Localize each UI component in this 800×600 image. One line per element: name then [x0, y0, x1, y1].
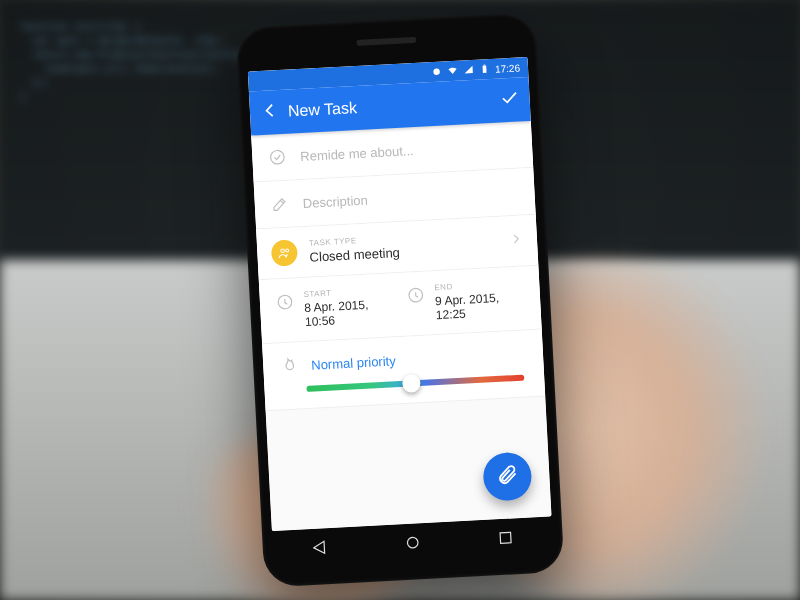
- svg-rect-1: [482, 65, 486, 73]
- alarm-icon: [431, 65, 443, 79]
- confirm-button[interactable]: [499, 87, 520, 112]
- svg-rect-9: [500, 532, 511, 543]
- task-type-icon: [271, 239, 298, 266]
- nav-recent-icon[interactable]: [496, 528, 515, 551]
- priority-field[interactable]: Normal priority: [262, 330, 545, 412]
- task-type-value: Closed meeting: [309, 245, 400, 265]
- signal-icon: [463, 63, 475, 77]
- chevron-right-icon: [509, 231, 524, 250]
- edit-icon: [268, 193, 291, 216]
- wifi-icon: [447, 64, 459, 78]
- back-icon[interactable]: [259, 100, 280, 125]
- start-value: 8 Apr. 2015, 10:56: [304, 296, 396, 329]
- svg-rect-2: [483, 64, 485, 65]
- svg-point-8: [407, 537, 418, 548]
- flame-icon: [277, 354, 300, 377]
- reminder-placeholder: Remide me about...: [300, 143, 414, 164]
- phone-frame: 17:26 New Task Remide me about...: [236, 13, 565, 588]
- phone-screen: 17:26 New Task Remide me about...: [248, 57, 552, 531]
- task-form: Remide me about... Description TASK TYPE…: [251, 121, 551, 531]
- paperclip-icon: [496, 463, 519, 490]
- battery-icon: [479, 62, 491, 76]
- svg-point-5: [286, 249, 289, 252]
- attach-button[interactable]: [482, 451, 532, 501]
- end-value: 9 Apr. 2015, 12:25: [435, 289, 527, 322]
- slider-thumb[interactable]: [402, 374, 421, 393]
- page-title: New Task: [288, 99, 358, 121]
- nav-back-icon[interactable]: [310, 538, 329, 561]
- nav-home-icon[interactable]: [403, 533, 422, 556]
- clock-icon: [404, 284, 427, 307]
- priority-label: Normal priority: [311, 353, 396, 372]
- description-placeholder: Description: [302, 192, 368, 210]
- priority-slider[interactable]: [306, 375, 524, 392]
- checkmark-circle-icon: [266, 146, 289, 169]
- clock-icon: [273, 290, 296, 313]
- svg-point-3: [270, 150, 284, 164]
- svg-point-4: [281, 249, 285, 253]
- status-time: 17:26: [495, 62, 521, 74]
